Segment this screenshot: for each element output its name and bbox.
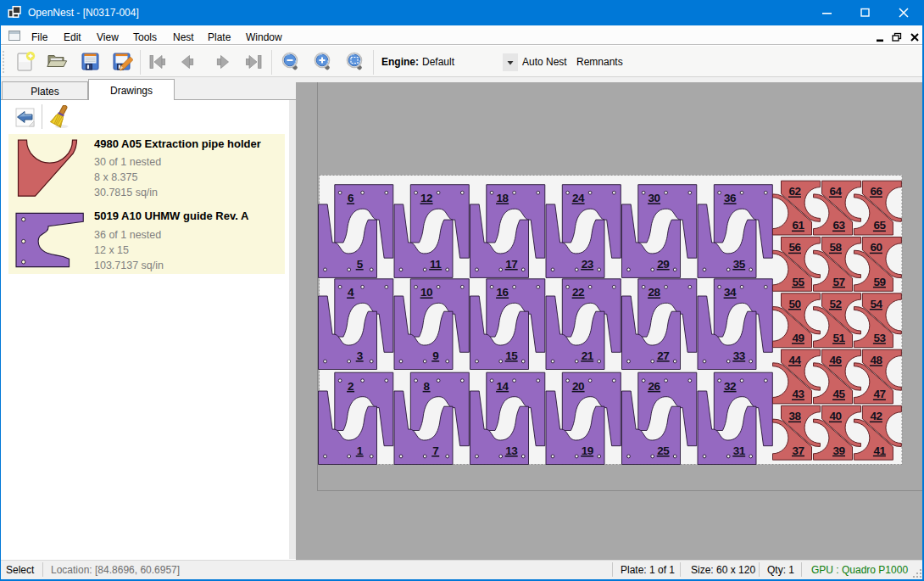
svg-text:44: 44 (788, 354, 801, 366)
svg-text:46: 46 (829, 354, 842, 366)
svg-text:19: 19 (582, 444, 593, 457)
svg-text:62: 62 (788, 185, 800, 198)
svg-text:4: 4 (348, 286, 354, 299)
svg-text:9: 9 (432, 349, 438, 362)
svg-text:63: 63 (832, 219, 845, 232)
svg-text:64: 64 (829, 185, 842, 198)
svg-text:66: 66 (870, 185, 882, 198)
svg-text:24: 24 (572, 192, 585, 204)
svg-text:31: 31 (733, 444, 746, 457)
svg-text:33: 33 (733, 349, 746, 362)
svg-text:16: 16 (497, 286, 509, 299)
svg-text:54: 54 (870, 298, 882, 310)
svg-text:5: 5 (357, 258, 364, 271)
svg-text:42: 42 (870, 410, 882, 422)
svg-text:41: 41 (873, 444, 886, 457)
svg-text:60: 60 (870, 241, 882, 254)
svg-text:30: 30 (648, 192, 660, 204)
svg-text:25: 25 (657, 444, 670, 457)
svg-text:18: 18 (497, 192, 509, 204)
svg-text:26: 26 (648, 380, 661, 393)
svg-text:29: 29 (657, 258, 669, 271)
svg-text:28: 28 (648, 286, 661, 299)
svg-text:49: 49 (792, 332, 804, 344)
svg-text:53: 53 (873, 332, 886, 344)
svg-text:27: 27 (657, 349, 669, 362)
svg-text:1: 1 (357, 444, 364, 457)
svg-text:48: 48 (870, 354, 882, 366)
svg-text:43: 43 (792, 388, 804, 400)
svg-text:40: 40 (829, 410, 841, 422)
svg-text:34: 34 (724, 286, 737, 299)
svg-text:36: 36 (724, 192, 737, 204)
svg-text:14: 14 (497, 380, 509, 393)
svg-text:17: 17 (505, 258, 517, 271)
svg-text:39: 39 (832, 444, 844, 457)
svg-text:35: 35 (733, 258, 746, 271)
svg-text:12: 12 (420, 192, 432, 204)
svg-text:22: 22 (572, 286, 584, 299)
svg-text:38: 38 (788, 410, 801, 422)
svg-text:51: 51 (832, 332, 845, 344)
svg-text:45: 45 (832, 388, 845, 400)
svg-text:7: 7 (432, 444, 438, 457)
svg-text:55: 55 (792, 276, 804, 288)
svg-text:20: 20 (572, 380, 584, 393)
svg-text:11: 11 (430, 258, 442, 271)
svg-text:52: 52 (829, 298, 841, 310)
svg-text:37: 37 (792, 444, 804, 457)
svg-text:21: 21 (582, 349, 594, 362)
svg-text:57: 57 (832, 276, 844, 288)
svg-text:13: 13 (505, 444, 518, 457)
svg-text:23: 23 (582, 258, 594, 271)
svg-text:10: 10 (420, 286, 432, 299)
svg-text:65: 65 (873, 219, 886, 232)
svg-text:8: 8 (424, 380, 431, 393)
svg-text:32: 32 (724, 380, 736, 393)
svg-text:50: 50 (788, 298, 800, 310)
svg-text:59: 59 (873, 276, 885, 288)
svg-text:15: 15 (505, 349, 518, 362)
svg-text:56: 56 (788, 241, 801, 254)
svg-text:2: 2 (348, 380, 353, 393)
svg-text:3: 3 (357, 349, 364, 362)
svg-text:6: 6 (348, 192, 354, 204)
svg-text:58: 58 (829, 241, 842, 254)
svg-text:47: 47 (873, 388, 885, 400)
svg-text:61: 61 (792, 219, 804, 232)
